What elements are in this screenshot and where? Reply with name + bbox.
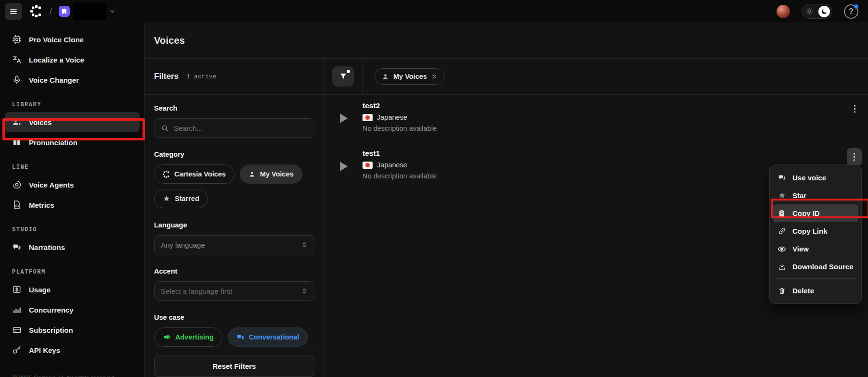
language-select[interactable]: Any language — [154, 235, 314, 254]
voice-row-test2: test2 Japanese No description available — [324, 95, 868, 142]
use-case-pill-conversational[interactable]: Conversational — [228, 327, 308, 347]
pill-label: Advertising — [175, 333, 214, 341]
download-icon — [777, 263, 786, 271]
category-pill-cartesia-voices[interactable]: Cartesia Voices — [154, 164, 234, 184]
cartesia-logo-icon — [163, 171, 170, 178]
sidebar-item-pronunciation[interactable]: Pronunciation — [5, 132, 140, 152]
voice-name: test2 — [363, 101, 847, 110]
language-label: Language — [154, 221, 314, 229]
cartesia-logo-icon[interactable] — [30, 5, 42, 17]
reset-filters-button[interactable]: Reset Filters — [154, 355, 314, 377]
active-filters-bar: My Voices — [324, 59, 868, 95]
play-button[interactable] — [337, 111, 350, 126]
megaphone-icon — [163, 333, 171, 341]
sidebar-section-studio: STUDIO — [5, 226, 140, 233]
chip-close-icon[interactable] — [431, 74, 437, 79]
voice-agent-icon — [12, 180, 22, 189]
filter-active-dot — [347, 70, 350, 73]
sidebar-item-pro-voice-clone[interactable]: Pro Voice Clone — [5, 29, 140, 50]
search-label: Search — [154, 104, 314, 112]
breadcrumb-separator: / — [50, 7, 52, 16]
clipboard-icon — [777, 210, 786, 217]
workspace-switcher[interactable] — [59, 3, 116, 20]
sidebar-item-label: Voice Changer — [29, 76, 79, 84]
japan-flag-icon — [363, 162, 373, 169]
sidebar-section-platform: PLATFORM — [5, 269, 140, 276]
menu-item-label: Copy Link — [792, 227, 828, 235]
link-icon — [777, 227, 786, 235]
top-bar: / ? — [0, 0, 868, 23]
menu-item-copy-id[interactable]: Copy ID — [773, 204, 858, 222]
sidebar-item-concurrency[interactable]: Concurrency — [5, 300, 140, 320]
menu-item-star[interactable]: Star — [773, 187, 858, 204]
credit-card-icon — [12, 325, 22, 335]
category-pill-starred[interactable]: Starred — [154, 189, 208, 208]
menu-divider — [776, 278, 855, 279]
voice-language: Japanese — [377, 161, 407, 169]
menu-item-label: Copy ID — [792, 209, 820, 217]
filters-footer: Reset Filters — [145, 349, 324, 377]
sidebar-section-line: LINE — [5, 164, 140, 171]
voice-language: Japanese — [377, 113, 407, 121]
translate-icon — [12, 55, 22, 64]
sidebar-item-subscription[interactable]: Subscription — [5, 320, 140, 340]
hamburger-icon — [9, 7, 18, 16]
sidebar-item-narrations[interactable]: Narrations — [5, 237, 140, 257]
filter-toggle-button[interactable] — [332, 66, 354, 87]
sidebar-item-api-keys[interactable]: API Keys — [5, 340, 140, 360]
moon-icon — [818, 6, 830, 17]
content-panel: Voices Filters 1 active Search Category — [144, 23, 868, 377]
sidebar-item-label: Voice Agents — [29, 181, 74, 189]
menu-item-use-voice[interactable]: Use voice — [773, 169, 858, 187]
person-icon — [248, 171, 256, 178]
workspace-icon — [59, 6, 70, 17]
play-button[interactable] — [337, 159, 350, 174]
help-notification-dot — [854, 4, 858, 9]
sidebar-item-voice-changer[interactable]: Voice Changer — [5, 70, 140, 90]
sidebar-item-label: Narrations — [29, 243, 65, 251]
use-case-label: Use case — [154, 314, 314, 321]
language-select-value: Any language — [161, 241, 205, 249]
menu-item-label: View — [792, 245, 809, 253]
people-icon — [12, 117, 22, 127]
sidebar-item-metrics[interactable]: Metrics — [5, 195, 140, 215]
dollar-square-icon — [12, 285, 22, 294]
use-case-pill-advertising[interactable]: Advertising — [154, 327, 222, 347]
chat-bubbles-icon — [236, 333, 245, 341]
row-menu-button-open[interactable] — [847, 148, 862, 166]
sidebar-item-voice-agents[interactable]: Voice Agents — [5, 175, 140, 195]
accent-select[interactable]: Select a language first — [154, 281, 314, 301]
menu-item-delete[interactable]: Delete — [773, 282, 858, 300]
search-input[interactable] — [174, 124, 308, 132]
sidebar-item-label: Pro Voice Clone — [29, 36, 84, 44]
sidebar-item-localize-a-voice[interactable]: Localize a Voice — [5, 50, 140, 70]
trash-icon — [777, 287, 786, 295]
key-icon — [12, 345, 22, 355]
sidebar-item-usage[interactable]: Usage — [5, 279, 140, 300]
user-avatar[interactable] — [777, 5, 790, 18]
menu-item-download-source[interactable]: Download Source — [773, 258, 858, 276]
filters-header: Filters 1 active — [145, 59, 324, 95]
person-icon — [382, 73, 389, 80]
row-menu-button[interactable] — [847, 101, 862, 117]
accent-label: Accent — [154, 267, 314, 275]
menu-item-label: Delete — [792, 287, 814, 295]
theme-toggle[interactable] — [802, 4, 832, 19]
menu-item-view[interactable]: View — [773, 240, 858, 258]
sidebar-item-label: Metrics — [29, 201, 54, 209]
help-button[interactable]: ? — [844, 4, 858, 19]
sidebar-item-label: Voices — [29, 118, 52, 126]
active-filter-chip-my-voices[interactable]: My Voices — [375, 68, 444, 85]
search-box[interactable] — [154, 118, 314, 138]
chevron-down-icon — [109, 8, 116, 14]
filters-panel: Filters 1 active Search Category — [145, 59, 324, 377]
menu-item-copy-link[interactable]: Copy Link — [773, 222, 858, 240]
pill-label: Cartesia Voices — [174, 170, 226, 178]
sidebar-item-voices[interactable]: Voices — [5, 112, 140, 132]
voice-context-menu: Use voice Star Copy ID Copy Link View Do… — [769, 164, 862, 304]
unfold-chevrons-icon — [301, 288, 308, 294]
category-pill-my-voices[interactable]: My Voices — [240, 164, 302, 184]
sidebar-item-label: Localize a Voice — [29, 56, 84, 64]
page-header: Voices — [145, 23, 868, 59]
hamburger-menu-button[interactable] — [5, 3, 22, 20]
